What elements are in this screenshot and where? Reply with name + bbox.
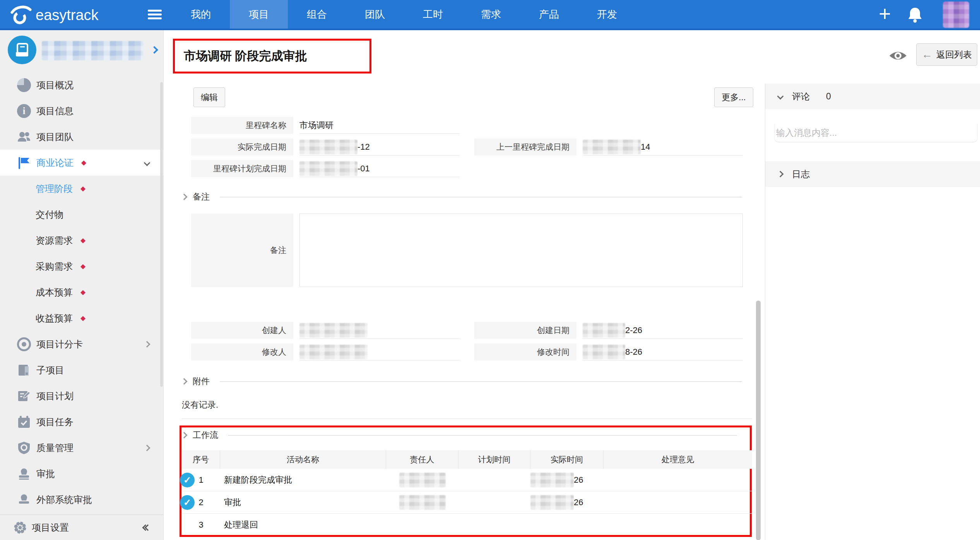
easytrack-app: easytrack 我的 项目 组合 团队 工时 需求 产品 开发 + (0, 0, 980, 540)
chevron-down-icon[interactable] (144, 159, 151, 166)
sidebar-item-business-case[interactable]: 商业论证 ◆ (0, 150, 163, 176)
sidebar-item-project-overview[interactable]: 项目概况 (0, 72, 163, 98)
prev-milestone-date-label: 上一里程碑完成日期 (474, 138, 576, 156)
sidebar-item-resource-demand[interactable]: 资源需求 ◆ (0, 227, 163, 253)
required-diamond-icon: ◆ (80, 185, 86, 193)
milestone-name-value: 市场调研 (299, 117, 460, 134)
title-annotation-box: 市场调研 阶段完成审批 (173, 39, 371, 73)
workflow-row[interactable]: ✓ 1 新建阶段完成审批 26 (182, 469, 752, 491)
sidebar-footer-project-settings[interactable]: 项目设置 (0, 514, 163, 540)
stamp-icon (17, 493, 31, 507)
col-header-owner: 责任人 (386, 450, 458, 469)
subproject-icon (17, 363, 31, 377)
chevron-right-icon (144, 341, 151, 347)
nav-tab-project[interactable]: 项目 (230, 0, 288, 29)
more-button[interactable]: 更多... (714, 87, 753, 107)
sidebar-item-project-info[interactable]: i 项目信息 (0, 98, 163, 124)
flag-icon (17, 156, 31, 170)
redacted-value (530, 473, 574, 487)
chevron-down-icon (777, 93, 784, 100)
modify-time-label: 修改时间 (474, 343, 576, 361)
add-icon[interactable]: + (875, 0, 894, 29)
notification-bell-icon[interactable] (907, 6, 923, 23)
page-title: 市场调研 阶段完成审批 (175, 48, 307, 64)
sidebar-scrollbar[interactable] (160, 82, 163, 387)
comments-count-badge: 0 (826, 91, 831, 102)
brand-logo[interactable]: easytrack (9, 4, 99, 26)
remark-label: 备注 (191, 214, 293, 287)
detail-form: 编辑 更多... 里程碑名称 市场调研 实际完成日期 -12 上一里程碑完成日期… (164, 84, 765, 540)
redacted-value (583, 140, 641, 154)
section-chevron-icon (181, 432, 188, 439)
nav-tab-requirement[interactable]: 需求 (462, 0, 520, 29)
sidebar-item-manage-stage[interactable]: 管理阶段 ◆ (0, 176, 163, 202)
collapse-sidebar-icon[interactable] (145, 525, 150, 530)
project-switch-chevron-icon[interactable] (151, 46, 158, 54)
redacted-value (399, 473, 446, 487)
pie-chart-icon (17, 78, 31, 92)
workflow-section-header[interactable]: 工作流 (182, 429, 737, 441)
redacted-value (583, 323, 625, 338)
completed-check-icon: ✓ (180, 495, 195, 510)
no-records-text: 没有记录. (182, 399, 218, 411)
edit-button[interactable]: 编辑 (193, 87, 225, 107)
row-actual-time: 26 (530, 495, 604, 510)
sidebar-item-revenue-budget[interactable]: 收益预算 ◆ (0, 305, 163, 331)
nav-tab-team[interactable]: 团队 (346, 0, 404, 29)
sidebar-item-approval[interactable]: 审批 (0, 461, 163, 487)
section-chevron-icon (181, 378, 188, 385)
chevron-right-icon (777, 171, 784, 178)
sidebar-item-project-plan[interactable]: 项目计划 (0, 383, 163, 409)
actual-finish-date-value: -12 (299, 138, 460, 156)
remark-section-header[interactable]: 备注 (182, 191, 742, 203)
comments-section-header[interactable]: 评论 0 (765, 84, 980, 109)
sidebar-item-procurement-demand[interactable]: 采购需求 ◆ (0, 253, 163, 279)
redacted-value (530, 495, 574, 510)
required-diamond-icon: ◆ (80, 262, 86, 270)
sidebar-item-cost-budget[interactable]: 成本预算 ◆ (0, 279, 163, 305)
sidebar-item-subprojects[interactable]: 子项目 (0, 357, 163, 383)
col-header-opinion: 处理意见 (604, 450, 752, 469)
workflow-table: 序号 活动名称 责任人 计划时间 实际时间 处理意见 ✓ 1 新建阶段完成审批 … (182, 450, 752, 536)
sidebar-item-project-tasks[interactable]: 项目任务 (0, 409, 163, 435)
project-header[interactable] (0, 30, 163, 72)
planned-finish-date-value: -01 (299, 160, 460, 177)
top-navbar: easytrack 我的 项目 组合 团队 工时 需求 产品 开发 + (0, 0, 980, 30)
sidebar-menu: 项目概况 i 项目信息 项目团队 商业论证 (0, 72, 163, 514)
col-header-seq: 序号 (182, 450, 220, 469)
log-section-header[interactable]: 日志 (765, 161, 980, 187)
workflow-row[interactable]: ✓ 2 审批 26 (182, 491, 752, 514)
back-to-list-button[interactable]: ← 返回列表 (916, 43, 977, 66)
milestone-name-label: 里程碑名称 (191, 117, 293, 134)
divider (182, 419, 752, 419)
comments-log-panel: 评论 0 输入消息内容... 日志 (765, 84, 980, 540)
modifier-label: 修改人 (191, 343, 293, 361)
page-header: 市场调研 阶段完成审批 ← 返回列表 (164, 30, 980, 84)
easytrack-logo-icon (9, 4, 32, 26)
nav-tab-timesheet[interactable]: 工时 (404, 0, 462, 29)
sidebar-item-scorecard[interactable]: 项目计分卡 (0, 331, 163, 357)
sidebar-item-project-team[interactable]: 项目团队 (0, 124, 163, 150)
hamburger-menu-icon[interactable] (148, 10, 162, 20)
attachment-section-header[interactable]: 附件 (182, 376, 742, 387)
sidebar-item-quality-mgmt[interactable]: 质量管理 (0, 435, 163, 461)
nav-tab-develop[interactable]: 开发 (578, 0, 636, 29)
user-avatar[interactable] (943, 2, 969, 28)
nav-tab-product[interactable]: 产品 (520, 0, 578, 29)
sidebar-item-external-approval[interactable]: 外部系统审批 (0, 487, 163, 513)
remark-textarea[interactable] (299, 214, 743, 287)
redacted-value (583, 345, 625, 359)
actual-finish-date-label: 实际完成日期 (191, 138, 293, 156)
comment-input[interactable]: 输入消息内容... (774, 124, 978, 142)
content-scrollbar[interactable] (756, 301, 761, 540)
project-avatar-icon (8, 36, 36, 64)
col-header-actual-time: 实际时间 (530, 450, 604, 469)
info-icon: i (17, 104, 31, 118)
nav-tab-my[interactable]: 我的 (172, 0, 230, 29)
chevron-right-icon (144, 444, 151, 451)
nav-tab-portfolio[interactable]: 组合 (288, 0, 346, 29)
sidebar-item-deliverables[interactable]: 交付物 (0, 202, 163, 227)
watch-eye-icon[interactable] (888, 49, 908, 63)
workflow-row[interactable]: 3 处理退回 (182, 514, 752, 536)
creator-value (299, 322, 460, 339)
